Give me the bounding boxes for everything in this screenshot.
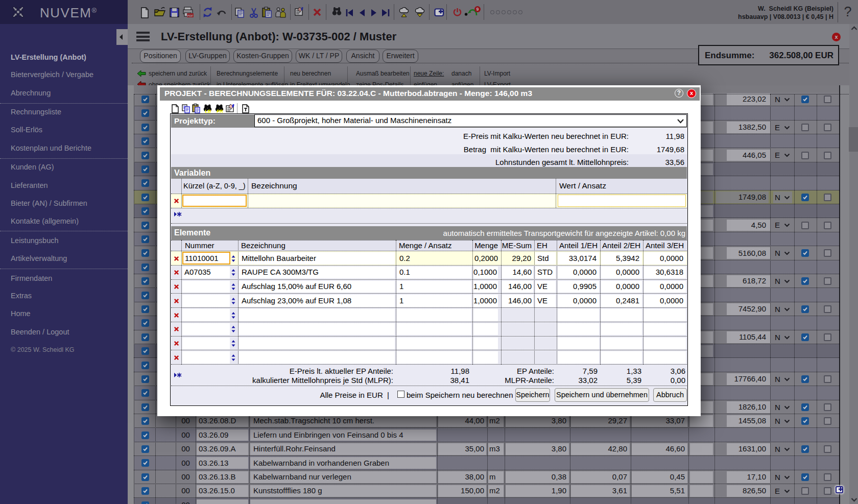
svg-text:LB: LB <box>205 109 211 113</box>
svg-text:PDF: PDF <box>187 14 194 17</box>
svg-text:PR: PR <box>217 109 223 113</box>
